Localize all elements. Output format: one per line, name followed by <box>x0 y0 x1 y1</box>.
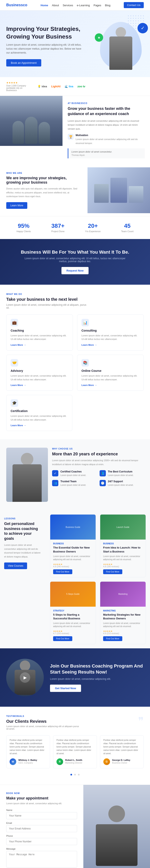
author-role-0: CEO, Company <box>18 761 37 765</box>
author-role-1: Marketing Director <box>65 761 82 765</box>
nav-pages[interactable]: Pages <box>94 4 101 7</box>
blog-cta-0[interactable]: Find Out More <box>53 569 72 574</box>
why-section: Business Will Be For You What You Want I… <box>0 239 150 285</box>
coaching-description: Lorem ipsum dolor sit amet consectetur a… <box>4 543 42 559</box>
name-input[interactable] <box>6 812 77 819</box>
nav-blog[interactable]: Blog <box>105 4 111 7</box>
blog-title-0: The Essential Guide for New Business Own… <box>53 546 93 553</box>
coaching-icon: 💼 <box>11 319 18 327</box>
appointment-form: Book Now Make your appointment Lorem ips… <box>0 785 83 868</box>
testimonials-title: Our Clients Reviews <box>6 719 79 724</box>
coaching-blog-section: Lessons Get personalized business coachi… <box>0 510 150 648</box>
blog-card-2: 5 Steps Guide Strategy 5 Steps to Starti… <box>50 582 96 644</box>
strategy-section: Who We Are We are improving your strateg… <box>0 165 150 216</box>
email-input[interactable] <box>6 825 77 832</box>
experience-description: Lorem ipsum dolor sit amet consectetur a… <box>52 459 144 466</box>
consulting-learn-more[interactable]: Learn More → <box>82 344 139 346</box>
nav-about[interactable]: About <box>52 4 59 7</box>
nav-links: Home About Services e-Learning Pages Blo… <box>41 3 111 7</box>
blog-rating-0: ★★★★★ <box>53 563 93 565</box>
service-card-certification: 🎓 Certification Lorem ipsum dolor sit am… <box>6 395 72 431</box>
dot-0[interactable] <box>70 774 72 775</box>
blog-category-0: Business <box>53 542 93 545</box>
strategy-content: Who We Are We are improving your strateg… <box>0 165 88 216</box>
testimonial-text-1: Pontise vitae eleifend porta semper vita… <box>56 739 94 755</box>
blog-grid-area: Business Guide Business The Essential Gu… <box>46 510 150 648</box>
phone-input[interactable] <box>6 838 77 845</box>
blog-rating-1: ★★★★★ <box>103 563 143 565</box>
certification-icon: 🎓 <box>11 399 18 407</box>
appointment-description: Lorem ipsum dolor sit amet, consectetur … <box>6 802 77 805</box>
partners-info: ★★★★★ Over 2,000 Company worldwide rely … <box>6 81 31 92</box>
stat-number-1: 387+ <box>51 223 65 229</box>
appointment-image <box>83 785 150 868</box>
consulting-desc: Lorem ipsum dolor sit amet, consectetur … <box>82 334 139 341</box>
testimonial-text-0: Pontise vitae eleifend porta semper vita… <box>9 739 47 755</box>
why-cta-button[interactable]: Request Now <box>61 267 89 274</box>
nav-cta-button[interactable]: Contact Us <box>124 2 144 8</box>
coaching-learn-more[interactable]: Learn More → <box>11 344 68 346</box>
testimonials-header: Testimonials Our Clients Reviews Lorem i… <box>6 715 144 730</box>
quote-author: Thomas Aquin <box>71 154 142 156</box>
testimonial-pagination <box>6 773 144 776</box>
testimonial-1: Pontise vitae eleifend porta semper vita… <box>53 735 97 768</box>
strategy-learn-more-button[interactable]: Learn More <box>6 202 27 209</box>
blog-image-1: Launch Guide <box>100 515 146 539</box>
nav-services[interactable]: Services <box>63 4 73 7</box>
testimonial-2: Pontise vitae eleifend porta semper vita… <box>100 735 144 768</box>
nav-elearning[interactable]: e-Learning <box>77 4 90 7</box>
blog-image-0: Business Guide <box>50 515 96 539</box>
advisory-learn-more[interactable]: Learn More → <box>11 384 68 386</box>
coaching-desc: Lorem ipsum dolor sit amet, consectetur … <box>11 334 68 341</box>
blog-cta-3[interactable]: Find Out More <box>103 636 122 641</box>
hero-cta-button[interactable]: Book an Appointment <box>6 59 41 66</box>
blog-category-3: Marketing <box>103 610 143 612</box>
strategy-label: Who We Are <box>6 172 81 174</box>
hero-description: Lorem ipsum dolor sit amet, consectetur … <box>6 43 85 55</box>
about-section: At Businessco Grow your business faster … <box>0 96 150 165</box>
author-name-2: George D. Lafley <box>112 759 130 761</box>
online-course-learn-more[interactable]: Learn More → <box>82 384 139 386</box>
service-card-online-course: 📚 Online Course Lorem ipsum dolor sit am… <box>77 355 144 391</box>
stat-number-2: 20+ <box>85 223 101 229</box>
service-card-advisory: 🤝 Advisory Lorem ipsum dolor sit amet, c… <box>6 355 73 391</box>
hero-image: ✓ ★ <box>98 21 144 71</box>
author-name-0: Whitney J. Bailey <box>18 759 37 761</box>
certification-learn-more[interactable]: Learn More → <box>11 424 68 427</box>
blog-grid: Business Guide Business The Essential Gu… <box>50 514 146 644</box>
dot-2[interactable] <box>78 774 80 775</box>
blog-img-caption-3: Marketing <box>118 593 127 595</box>
exp-feature-certified: ✓ Certified Coaches Lorem ipsum dolor si… <box>52 470 96 477</box>
blog-reviews-2: 4.7 (150 reviews) <box>53 632 93 634</box>
about-description: Lorem ipsum dolor sit amet consectetur a… <box>68 119 145 131</box>
blog-cta-1[interactable]: Find Out More <box>103 569 122 574</box>
dot-1[interactable] <box>74 774 76 775</box>
testimonials-description: Lorem ipsum dolor sit amet, consectetur … <box>6 725 79 730</box>
blog-rating-2: ★★★★★ <box>53 630 93 632</box>
nav-logo: Businessco <box>6 3 27 7</box>
appointment-label: Book Now <box>6 792 77 795</box>
motivation-title: Motivation <box>76 134 145 137</box>
certified-coaches-desc: Lorem ipsum dolor sit amet. <box>60 474 86 477</box>
cta-program-button[interactable]: Get Started Now <box>50 685 81 692</box>
services-description: Lorem ipsum dolor sit amet, consectetur … <box>6 304 90 309</box>
testimonials-label: Testimonials <box>6 715 79 717</box>
trusted-team-icon: 👥 <box>52 480 58 486</box>
exp-feature-curriculum: 📘 The Best Curriculum Lorem ipsum dolor … <box>99 470 144 477</box>
testimonial-0: Pontise vitae eleifend porta semper vita… <box>6 735 50 768</box>
nav-home[interactable]: Home <box>41 4 48 7</box>
message-textarea[interactable] <box>6 851 77 868</box>
stat-team: 45 Team Count <box>121 223 133 232</box>
stat-label-2: Yrs Experience <box>85 230 101 232</box>
advisory-desc: Lorem ipsum dolor sit amet, consectetur … <box>11 374 68 381</box>
certified-coaches-icon: ✓ <box>52 470 58 476</box>
motivation-icon: 🏆 <box>68 134 73 140</box>
blog-reviews-3: 4.9 (210 reviews) <box>103 632 143 634</box>
about-title: Grow your business faster with the guida… <box>68 106 145 117</box>
blog-title-1: From Idea to Launch: How to Start a Busi… <box>103 546 143 553</box>
blog-img-caption-1: Launch Guide <box>116 526 129 528</box>
about-feature-motivation: 🏆 Motivation Lorem ipsum dolor sit amet … <box>68 134 145 145</box>
blog-cta-2[interactable]: Find Out More <box>53 636 72 641</box>
coaching-cta-button[interactable]: View Courses <box>4 562 27 569</box>
experience-content: Why Choose Us More than 20 years of expe… <box>52 448 144 487</box>
